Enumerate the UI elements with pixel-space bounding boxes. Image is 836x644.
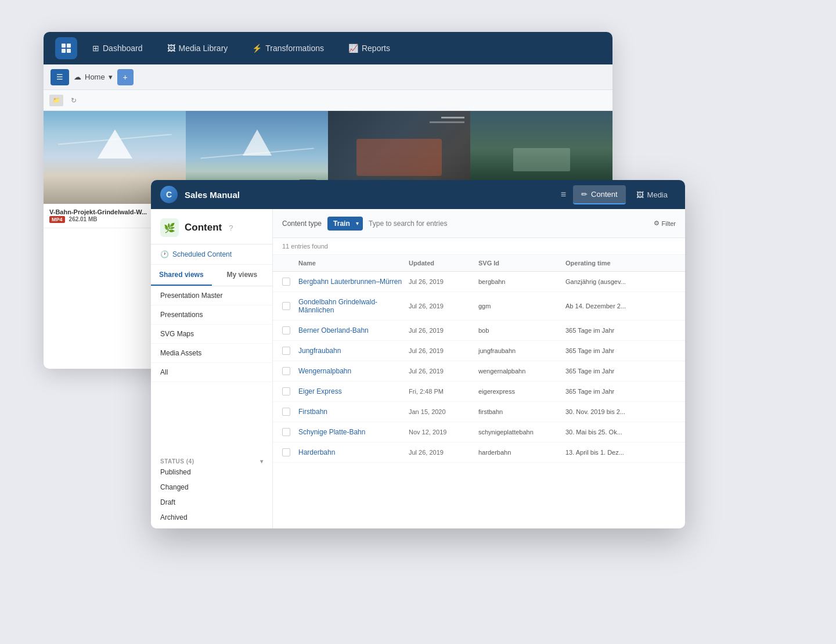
fg-tab-content[interactable]: ✏ Content — [573, 185, 626, 204]
fg-th-svg-id[interactable]: SVG Id — [478, 260, 565, 267]
fg-scheduled-content-link[interactable]: 🕐 Scheduled Content — [151, 244, 272, 265]
fg-cell-date-6: Fri, 2:48 PM — [409, 388, 478, 395]
fg-main-content: Content type Train ▾ ⚙ Filter 11 entries… — [273, 209, 685, 528]
status-collapse-icon: ▾ — [260, 458, 264, 465]
fg-table: Name Updated SVG Id Operating time Bergb… — [273, 255, 685, 528]
fg-row-checkbox-7[interactable] — [282, 408, 290, 416]
fg-cell-name-7[interactable]: Firstbahn — [298, 408, 409, 416]
fg-train-select[interactable]: Train — [327, 217, 363, 231]
fg-cell-id-2: ggm — [478, 303, 565, 310]
bg-nav-logo — [55, 37, 77, 59]
bg-menu-button[interactable]: ☰ — [51, 69, 69, 85]
fg-tab-media[interactable]: 🖼 Media — [628, 186, 676, 204]
fg-views-tabs: Shared views My views — [151, 265, 272, 286]
bg-add-folder-button[interactable]: + — [117, 69, 134, 85]
fg-row-checkbox-5[interactable] — [282, 367, 290, 375]
fg-cell-id-8: schynigeplattebahn — [478, 429, 565, 436]
fg-header-menu-icon[interactable]: ≡ — [561, 189, 566, 200]
fg-cell-name-9[interactable]: Harderbahn — [298, 448, 409, 456]
fg-filter-button[interactable]: ⚙ Filter — [654, 220, 676, 227]
fg-row-checkbox-6[interactable] — [282, 387, 290, 395]
fg-header: C Sales Manual ≡ ✏ Content 🖼 Media — [151, 180, 685, 209]
fg-sidebar-title: Content — [185, 222, 222, 233]
fg-search-input[interactable] — [369, 220, 648, 228]
fg-cell-operating-4: 365 Tage im Jahr — [565, 347, 676, 354]
bg-nav-media-library[interactable]: 🖼 Media Library — [158, 39, 237, 57]
fg-cell-date-7: Jan 15, 2020 — [409, 408, 478, 415]
fg-entries-count: 11 entries found — [273, 238, 685, 255]
fg-cell-name-2[interactable]: Gondelbahn Grindelwald-Männlichen — [298, 298, 409, 314]
fg-view-item-presentations[interactable]: Presentations — [151, 305, 272, 325]
transformations-icon: ⚡ — [252, 44, 262, 53]
bg-second-toolbar: 📁 ↻ — [44, 90, 612, 111]
fg-logo: C — [160, 186, 178, 203]
fg-view-item-svg-maps[interactable]: SVG Maps — [151, 325, 272, 344]
fg-body: 🌿 Content ? 🕐 Scheduled Content Shared v… — [151, 209, 685, 528]
bg-nav-transformations[interactable]: ⚡ Transformations — [243, 39, 333, 57]
fg-status-section: STATUS (4) ▾ Published Changed Draft Arc… — [151, 452, 272, 528]
fg-cell-date-2: Jul 26, 2019 — [409, 303, 478, 310]
fg-cell-id-7: firstbahn — [478, 408, 565, 415]
fg-status-title[interactable]: STATUS (4) ▾ — [160, 458, 263, 465]
fg-status-draft[interactable]: Draft — [160, 495, 263, 510]
dashboard-icon: ⊞ — [92, 44, 99, 53]
fg-sidebar-content-icon: 🌿 — [160, 218, 179, 237]
fg-cell-operating-5: 365 Tage im Jahr — [565, 368, 676, 375]
fg-status-archived[interactable]: Archived — [160, 510, 263, 525]
table-row: Harderbahn Jul 26, 2019 harderbahn 13. A… — [273, 442, 685, 463]
table-row: Firstbahn Jan 15, 2020 firstbahn 30. Nov… — [273, 402, 685, 422]
fg-cell-operating-7: 30. Nov. 2019 bis 2... — [565, 408, 676, 415]
fg-cell-id-6: eigerexpress — [478, 388, 565, 395]
filter-icon: ⚙ — [654, 220, 660, 227]
fg-train-select-wrapper: Train ▾ — [327, 217, 363, 231]
fg-cell-id-5: wengernalpbahn — [478, 368, 565, 375]
menu-icon: ☰ — [56, 73, 63, 81]
clock-icon: 🕐 — [160, 250, 169, 258]
table-row: Berner Oberland-Bahn Jul 26, 2019 bob 36… — [273, 321, 685, 341]
fg-th-name[interactable]: Name — [298, 260, 409, 267]
fg-row-checkbox-4[interactable] — [282, 347, 290, 355]
media-library-icon: 🖼 — [167, 44, 175, 53]
bg-badge-mp4-1: MP4 — [49, 216, 65, 223]
fg-th-operating[interactable]: Operating time — [565, 260, 676, 267]
fg-cell-name-1[interactable]: Bergbahn Lauterbrunnen–Mürren — [298, 278, 409, 286]
fg-th-checkbox — [282, 260, 298, 267]
fg-cell-name-4[interactable]: Jungfraubahn — [298, 347, 409, 355]
fg-window-title: Sales Manual — [185, 190, 554, 200]
fg-row-checkbox-8[interactable] — [282, 428, 290, 436]
fg-shared-views-tab[interactable]: Shared views — [151, 265, 212, 286]
table-row: Eiger Express Fri, 2:48 PM eigerexpress … — [273, 382, 685, 402]
bg-folder-icon[interactable]: 📁 — [49, 95, 63, 106]
fg-cell-name-5[interactable]: Wengernalpbahn — [298, 367, 409, 375]
fg-cell-date-1: Jul 26, 2019 — [409, 278, 478, 285]
fg-view-item-media-assets[interactable]: Media Assets — [151, 344, 272, 363]
fg-cell-date-9: Jul 26, 2019 — [409, 449, 478, 456]
bg-refresh-icon[interactable]: ↻ — [68, 95, 80, 106]
fg-my-views-tab[interactable]: My views — [212, 265, 273, 286]
fg-status-published[interactable]: Published — [160, 465, 263, 480]
fg-cell-name-3[interactable]: Berner Oberland-Bahn — [298, 326, 409, 334]
fg-row-checkbox-9[interactable] — [282, 448, 290, 456]
fg-cell-date-4: Jul 26, 2019 — [409, 347, 478, 354]
fg-cell-name-8[interactable]: Schynige Platte-Bahn — [298, 428, 409, 436]
fg-cell-name-6[interactable]: Eiger Express — [298, 387, 409, 395]
fg-help-icon[interactable]: ? — [229, 224, 233, 232]
fg-view-item-presentation-master[interactable]: Presentation Master — [151, 286, 272, 305]
svg-rect-1 — [67, 44, 71, 48]
table-row: Schynige Platte-Bahn Nov 12, 2019 schyni… — [273, 422, 685, 442]
fg-status-changed[interactable]: Changed — [160, 480, 263, 495]
fg-cell-operating-8: 30. Mai bis 25. Ok... — [565, 429, 676, 436]
fg-th-updated[interactable]: Updated — [409, 260, 478, 267]
bg-nav-dashboard[interactable]: ⊞ Dashboard — [83, 39, 152, 57]
fg-view-item-all[interactable]: All — [151, 363, 272, 382]
fg-cell-id-9: harderbahn — [478, 449, 565, 456]
dropdown-arrow-icon: ▾ — [109, 73, 113, 81]
fg-content-type-label: Content type — [282, 220, 322, 228]
fg-row-checkbox-1[interactable] — [282, 278, 290, 286]
fg-cell-id-3: bob — [478, 327, 565, 334]
bg-nav-reports[interactable]: 📈 Reports — [339, 39, 399, 57]
fg-cell-id-4: jungfraubahn — [478, 347, 565, 354]
fg-row-checkbox-3[interactable] — [282, 326, 290, 334]
content-tab-icon: ✏ — [581, 190, 588, 199]
fg-row-checkbox-2[interactable] — [282, 302, 290, 310]
